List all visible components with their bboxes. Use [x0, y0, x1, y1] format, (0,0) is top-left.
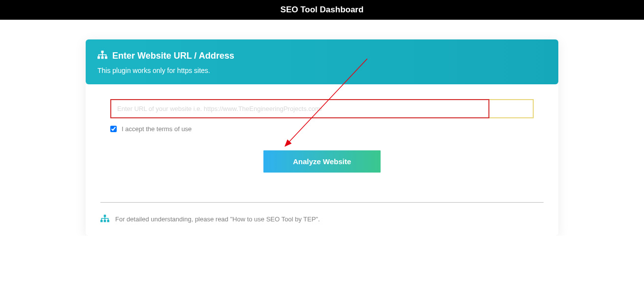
divider — [100, 202, 544, 203]
form-area: I accept the terms of use Analyze Websit… — [86, 99, 558, 202]
analyze-button[interactable]: Analyze Website — [263, 150, 381, 173]
svg-rect-4 — [101, 56, 104, 59]
url-input[interactable] — [110, 99, 489, 118]
svg-rect-8 — [104, 220, 106, 222]
sitemap-icon — [100, 214, 109, 224]
sitemap-icon — [97, 50, 107, 62]
url-input-row — [110, 99, 534, 118]
panel-subtitle: This plugin works only for https sites. — [97, 67, 547, 74]
svg-rect-7 — [100, 220, 103, 222]
svg-rect-3 — [97, 56, 100, 59]
terms-checkbox[interactable] — [110, 126, 117, 132]
terms-row: I accept the terms of use — [110, 125, 534, 133]
panel-title: Enter Website URL / Address — [112, 51, 234, 61]
analyze-button-wrapper: Analyze Website — [110, 150, 534, 173]
svg-rect-9 — [107, 220, 110, 222]
footer-note-text: For detailed understanding, please read … — [115, 215, 320, 223]
panel-title-row: Enter Website URL / Address — [97, 50, 547, 62]
footer-note-row: For detailed understanding, please read … — [86, 214, 558, 236]
svg-rect-6 — [104, 215, 106, 217]
page-header: SEO Tool Dashboard — [0, 0, 644, 20]
svg-rect-2 — [101, 51, 104, 53]
main-card: Enter Website URL / Address This plugin … — [86, 39, 558, 236]
page-title: SEO Tool Dashboard — [281, 5, 364, 14]
url-side-box — [489, 99, 534, 118]
terms-label: I accept the terms of use — [122, 125, 192, 133]
instruction-panel: Enter Website URL / Address This plugin … — [86, 39, 558, 84]
svg-rect-5 — [105, 56, 107, 59]
